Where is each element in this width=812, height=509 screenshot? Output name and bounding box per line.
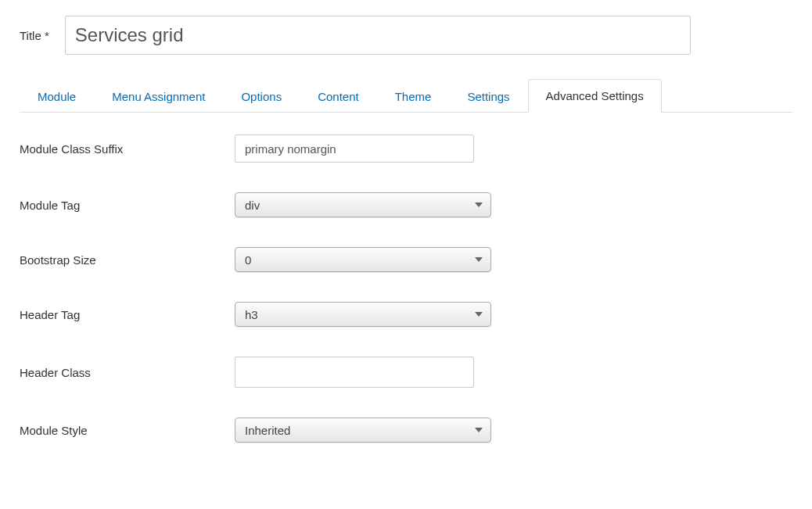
chevron-down-icon (475, 203, 483, 207)
label-module-class-suffix: Module Class Suffix (20, 142, 235, 156)
label-module-tag: Module Tag (20, 199, 235, 212)
select-bootstrap-size-value: 0 (245, 253, 251, 267)
tab-theme[interactable]: Theme (377, 80, 450, 113)
row-module-class-suffix: Module Class Suffix (20, 134, 792, 163)
label-header-class: Header Class (20, 366, 235, 379)
title-input[interactable] (65, 16, 691, 55)
tab-options[interactable]: Options (223, 80, 300, 113)
select-bootstrap-size[interactable]: 0 (235, 247, 491, 272)
tab-module[interactable]: Module (20, 80, 94, 113)
tab-content[interactable]: Content (300, 80, 377, 113)
select-module-style-value: Inherited (245, 424, 290, 437)
select-module-style[interactable]: Inherited (235, 418, 491, 443)
title-label: Title * (20, 29, 49, 42)
select-header-tag-value: h3 (245, 308, 258, 321)
label-bootstrap-size: Bootstrap Size (20, 253, 235, 267)
chevron-down-icon (475, 428, 483, 432)
chevron-down-icon (475, 312, 483, 317)
select-header-tag[interactable]: h3 (235, 302, 491, 327)
row-header-tag: Header Tag h3 (20, 302, 792, 327)
tab-settings[interactable]: Settings (449, 80, 527, 113)
row-header-class: Header Class (20, 357, 792, 388)
row-module-tag: Module Tag div (20, 192, 792, 217)
select-module-tag-value: div (245, 199, 260, 212)
tabs: Module Menu Assignment Options Content T… (20, 78, 792, 113)
label-header-tag: Header Tag (20, 308, 235, 321)
tab-menu-assignment[interactable]: Menu Assignment (94, 80, 223, 113)
input-module-class-suffix[interactable] (235, 134, 474, 163)
select-module-tag[interactable]: div (235, 192, 491, 217)
label-module-style: Module Style (20, 424, 235, 437)
tab-advanced-settings[interactable]: Advanced Settings (528, 79, 662, 113)
input-header-class[interactable] (235, 357, 474, 388)
module-edit-page: Title * Module Menu Assignment Options C… (0, 0, 812, 488)
row-module-style: Module Style Inherited (20, 418, 792, 443)
title-row: Title * (20, 16, 792, 55)
row-bootstrap-size: Bootstrap Size 0 (20, 247, 792, 272)
chevron-down-icon (475, 257, 483, 262)
